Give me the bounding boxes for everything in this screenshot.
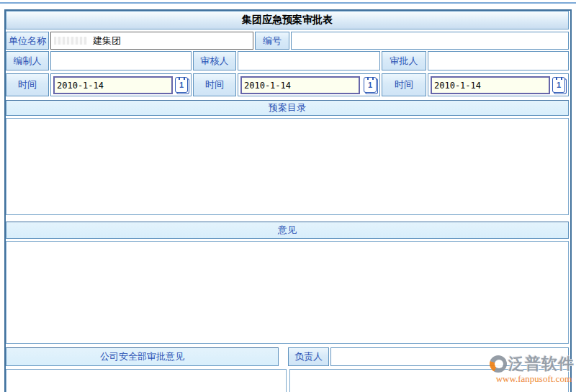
number-label: 编号 (255, 32, 289, 50)
catalog-section-header: 预案目录 (6, 100, 569, 116)
safety-opinion-textarea[interactable] (6, 369, 287, 392)
approval-form: 集团应急预案审批表 单位名称 建集团 编号 编制人 审核人 审批人 时间 201… (4, 9, 572, 392)
approver-name-input[interactable] (428, 51, 569, 70)
form-title-text: 集团应急预案审批表 (242, 14, 333, 27)
catalog-textarea[interactable] (6, 118, 569, 215)
reviewer-label: 审核人 (193, 51, 236, 70)
manager-opinion-textarea[interactable] (289, 369, 569, 392)
reviewer-date-input[interactable]: 2010-1-14 (240, 76, 360, 94)
calendar-icon[interactable]: 1 (552, 77, 565, 93)
approver-time-label: 时间 (382, 73, 426, 96)
calendar-icon[interactable]: 1 (175, 77, 188, 93)
reviewer-time-label: 时间 (193, 73, 236, 96)
approver-label: 审批人 (382, 51, 426, 70)
manager-input[interactable] (330, 347, 569, 366)
number-input[interactable] (291, 32, 569, 50)
unit-name-value: 建集团 (93, 35, 121, 47)
approver-date-input[interactable]: 2010-1-14 (431, 76, 550, 94)
compiler-time-label: 时间 (6, 73, 49, 96)
page: 集团应急预案审批表 单位名称 建集团 编号 编制人 审核人 审批人 时间 201… (0, 0, 576, 392)
compiler-time-cell: 2010-1-14 1 (50, 73, 192, 96)
form-title: 集团应急预案审批表 (6, 11, 569, 29)
compiler-date-input[interactable]: 2010-1-14 (53, 76, 173, 94)
compiler-name-input[interactable] (50, 51, 192, 70)
unit-name-label: 单位名称 (6, 32, 49, 50)
safety-section-header: 公司安全部审批意见 (6, 347, 279, 366)
reviewer-name-input[interactable] (238, 51, 380, 70)
unit-name-input[interactable]: 建集团 (50, 32, 253, 50)
calendar-icon[interactable]: 1 (364, 77, 377, 93)
compiler-label: 编制人 (6, 51, 49, 70)
approver-time-cell: 2010-1-14 1 (428, 73, 569, 96)
opinion-textarea[interactable] (6, 241, 569, 344)
opinion-section-header: 意见 (6, 222, 569, 239)
manager-label: 负责人 (288, 347, 329, 366)
redacted-block (54, 37, 87, 45)
reviewer-time-cell: 2010-1-14 1 (238, 73, 380, 96)
top-divider (0, 2, 576, 4)
